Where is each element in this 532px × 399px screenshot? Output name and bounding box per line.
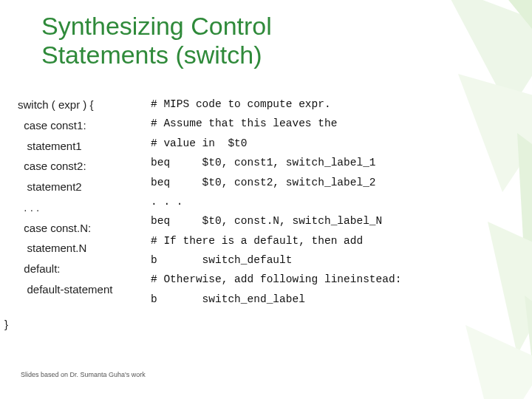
- svg-marker-6: [466, 325, 532, 399]
- mips-line: # Assume that this leaves the: [151, 117, 337, 129]
- pseudo-line: case const1:: [18, 119, 86, 132]
- pseudo-line: case const.N:: [18, 222, 91, 234]
- svg-marker-5: [525, 296, 532, 399]
- slide-footer: Slides based on Dr. Sumanta Guha's work: [21, 371, 146, 378]
- mips-column: # MIPS code to compute expr. # Assume th…: [151, 95, 508, 309]
- svg-marker-3: [517, 133, 532, 266]
- pseudo-line: case const2:: [18, 160, 86, 172]
- mips-line: . . .: [151, 196, 183, 208]
- pseudo-line: default:: [18, 262, 61, 275]
- title-line-2: Statements (switch): [41, 41, 262, 69]
- mips-line: # MIPS code to compute expr.: [151, 98, 331, 110]
- slide-content: switch ( expr ) { case const1: statement…: [18, 95, 508, 309]
- mips-line: beq $t0, const.N, switch_label_N: [151, 215, 382, 227]
- mips-line: b switch_end_label: [151, 293, 305, 305]
- pseudo-line: switch ( expr ) {: [18, 98, 94, 111]
- pseudo-line: statement2: [18, 180, 82, 193]
- pseudo-line: statement1: [18, 140, 82, 152]
- mips-line: # If there is a default, then add: [151, 235, 363, 247]
- pseudo-line: . . .: [18, 201, 39, 214]
- mips-line: beq $t0, const2, switch_label_2: [151, 177, 376, 188]
- title-line-1: Synthesizing Control: [41, 12, 272, 40]
- pseudo-close-brace: }: [4, 318, 8, 330]
- pseudo-line: statement.N: [18, 242, 86, 254]
- mips-line: beq $t0, const1, switch_label_1: [151, 157, 376, 168]
- pseudocode-column: switch ( expr ) { case const1: statement…: [18, 95, 151, 309]
- mips-line: # Otherwise, add following lineinstead:: [151, 273, 401, 285]
- mips-line: # value in $t0: [151, 137, 248, 149]
- svg-marker-1: [502, 0, 532, 74]
- pseudo-line: default-statement: [18, 283, 112, 296]
- mips-line: b switch_default: [151, 254, 292, 266]
- slide-title: Synthesizing Control Statements (switch): [41, 12, 272, 69]
